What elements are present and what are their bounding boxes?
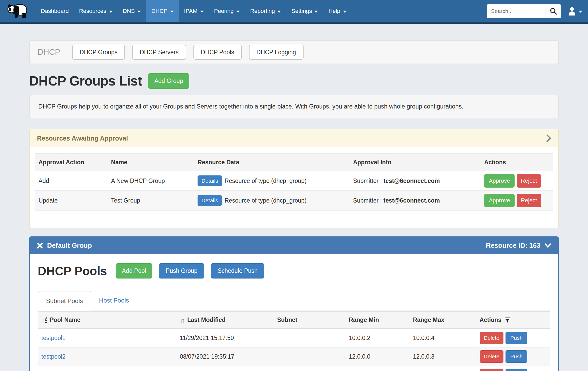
col-pool-actions: Actions	[476, 311, 550, 329]
nav-item-peering[interactable]: Peering	[209, 0, 245, 22]
nav-item-settings[interactable]: Settings	[286, 0, 323, 22]
search-input[interactable]	[487, 4, 546, 18]
pools-tabs: Subnet Pools Host Pools	[38, 291, 550, 311]
push-button[interactable]: Push	[506, 369, 527, 371]
panda-logo-icon[interactable]	[7, 3, 29, 19]
nav-item-resources[interactable]: Resources	[74, 0, 118, 22]
push-group-button[interactable]: Push Group	[159, 263, 204, 279]
pool-modified-cell: 08/07/2021 19:35:17	[176, 347, 274, 366]
close-icon[interactable]	[37, 243, 43, 249]
col-pool-actions-label: Actions	[480, 316, 501, 323]
push-button[interactable]: Push	[506, 350, 527, 363]
approval-actions-cell: Approve Reject	[480, 191, 553, 210]
details-button[interactable]: Details	[198, 195, 222, 206]
pool-range-min-cell: 12.0.0.0	[345, 347, 409, 366]
pool-row: Delete Push	[38, 366, 550, 371]
col-approval-action: Approval Action	[35, 154, 108, 171]
sort-alpha-asc-icon[interactable]: ↓ A Z	[41, 317, 47, 323]
caret-down-icon	[277, 11, 281, 13]
caret-down-icon	[314, 11, 318, 13]
nav-label: Dashboard	[41, 8, 69, 14]
col-last-modified[interactable]: ↓↑ Last Modified	[176, 311, 274, 329]
approval-panel-body: Approval Action Name Resource Data Appro…	[30, 147, 558, 228]
add-group-button[interactable]: Add Group	[148, 73, 189, 89]
nav-item-dns[interactable]: DNS	[118, 0, 146, 22]
caret-down-icon	[170, 11, 174, 13]
details-button[interactable]: Details	[198, 175, 222, 186]
nav-label: Settings	[291, 8, 312, 14]
tab-subnet-pools[interactable]: Subnet Pools	[38, 291, 91, 311]
col-pool-name[interactable]: ↓ A Z Pool Name	[38, 311, 176, 329]
nav-item-dhcp[interactable]: DHCP	[146, 0, 179, 22]
delete-button[interactable]: Delete	[480, 332, 504, 344]
nav-item-ipam[interactable]: IPAM	[179, 0, 209, 22]
page-title: DHCP Groups List	[29, 73, 142, 89]
pool-subnet-cell	[274, 366, 345, 371]
submitter-email: test@6connect.com	[383, 177, 440, 184]
pools-heading-row: DHCP Pools Add Pool Push Group Schedule …	[38, 263, 550, 279]
description-text: DHCP Groups help you to organize all of …	[38, 103, 463, 110]
dhcp-groups-tab-button[interactable]: DHCP Groups	[72, 45, 125, 60]
pool-actions-cell: Delete Push	[476, 347, 550, 366]
user-menu[interactable]	[568, 7, 582, 16]
search-group	[487, 4, 561, 18]
approve-button[interactable]: Approve	[484, 174, 515, 188]
col-last-modified-label: Last Modified	[187, 316, 225, 323]
nav-item-dashboard[interactable]: Dashboard	[36, 0, 74, 22]
approval-resource-cell: Details Resource of type (dhcp_group)	[194, 171, 349, 191]
pools-table-header-row: ↓ A Z Pool Name	[38, 311, 550, 329]
add-pool-button[interactable]: Add Pool	[116, 263, 152, 279]
nav-label: Help	[328, 8, 340, 14]
approval-name-cell: A New DHCP Group	[108, 171, 194, 191]
approval-resource-cell: Details Resource of type (dhcp_group)	[194, 191, 349, 210]
resource-id-toggle[interactable]: Resource ID: 163	[486, 242, 551, 250]
approval-panel-title: Resources Awaiting Approval	[37, 135, 128, 142]
reject-button[interactable]: Reject	[517, 174, 541, 188]
filter-icon[interactable]	[504, 317, 510, 323]
nav-item-reporting[interactable]: Reporting	[245, 0, 286, 22]
pool-range-min-cell: 10.0.0.2	[345, 329, 409, 347]
default-group-panel: Default Group Resource ID: 163 DHCP Pool…	[29, 236, 559, 371]
pool-link[interactable]: testpool1	[41, 335, 65, 341]
push-button[interactable]: Push	[506, 332, 527, 344]
pool-link[interactable]: testpool2	[41, 353, 65, 360]
approval-action-cell: Add	[35, 171, 108, 191]
pools-heading: DHCP Pools	[38, 264, 107, 278]
pool-row: testpool1 11/29/2021 15:17:50 10.0.0.2 1…	[38, 329, 550, 347]
schedule-push-button[interactable]: Schedule Push	[211, 263, 265, 279]
search-button[interactable]	[546, 4, 561, 18]
col-approval-info: Approval Info	[349, 154, 480, 171]
pool-modified-cell: 11/29/2021 15:17:50	[176, 329, 274, 347]
approval-table: Approval Action Name Resource Data Appro…	[35, 153, 553, 211]
top-navbar: Dashboard Resources DNS DHCP IPAM Peerin…	[0, 0, 588, 24]
delete-button[interactable]: Delete	[480, 369, 504, 371]
sort-icon[interactable]: ↓↑	[180, 317, 185, 323]
approval-panel-header[interactable]: Resources Awaiting Approval	[30, 129, 558, 147]
col-range-min: Range Min	[345, 311, 409, 329]
caret-down-icon	[109, 11, 112, 13]
approval-action-cell: Update	[35, 191, 108, 210]
approval-name-cell: Test Group	[108, 191, 194, 210]
pool-name-cell	[38, 366, 176, 371]
delete-button[interactable]: Delete	[480, 350, 504, 363]
pool-range-min-cell	[345, 366, 409, 371]
submitter-email: test@6connect.com	[383, 197, 440, 204]
nav-label: DNS	[123, 8, 135, 14]
reject-button[interactable]: Reject	[517, 194, 541, 207]
resource-id-text: Resource ID: 163	[486, 242, 540, 250]
nav-label: IPAM	[184, 8, 198, 14]
dhcp-pools-tab-button[interactable]: DHCP Pools	[193, 45, 242, 60]
dhcp-logging-tab-button[interactable]: DHCP Logging	[249, 45, 304, 60]
default-group-body: DHCP Pools Add Pool Push Group Schedule …	[30, 254, 558, 371]
tab-host-pools[interactable]: Host Pools	[91, 291, 137, 311]
chevron-right-icon[interactable]	[546, 134, 551, 142]
title-row: DHCP Groups List Add Group	[29, 73, 559, 89]
nav-item-help[interactable]: Help	[323, 0, 351, 22]
pool-subnet-cell	[274, 329, 345, 347]
pool-range-max-cell: 10.0.0.4	[409, 329, 476, 347]
dhcp-servers-tab-button[interactable]: DHCP Servers	[132, 45, 186, 60]
pool-range-max-cell: 12.0.0.3	[409, 347, 476, 366]
app-root: Dashboard Resources DNS DHCP IPAM Peerin…	[0, 0, 588, 371]
approval-row: Update Test Group Details Resource of ty…	[35, 191, 553, 210]
approve-button[interactable]: Approve	[484, 194, 515, 207]
